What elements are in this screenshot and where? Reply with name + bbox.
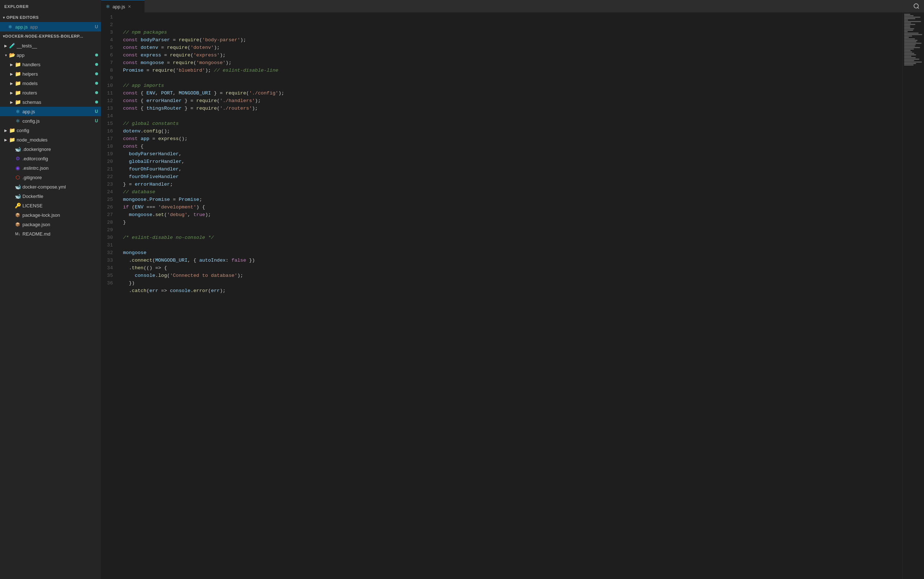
- config-folder-icon: 📁: [9, 128, 15, 133]
- line-number-33: 33: [101, 257, 116, 264]
- open-editor-filepath: app: [30, 24, 38, 29]
- tree-item-gitignore[interactable]: ⬡ .gitignore: [0, 173, 101, 182]
- node-modules-label: node_modules: [16, 137, 98, 142]
- line-number-19: 19: [101, 150, 116, 158]
- helpers-folder-icon: 📁: [15, 71, 21, 77]
- package-json-label: package.json: [23, 222, 98, 227]
- minimap-content: [903, 13, 924, 67]
- line-number-35: 35: [101, 272, 116, 280]
- helpers-label: helpers: [23, 71, 95, 77]
- line-number-7: 7: [101, 59, 116, 67]
- code-container[interactable]: 1234567891011121314151617181920212223242…: [101, 13, 924, 579]
- tree-item-readme[interactable]: M↓ README.md: [0, 229, 101, 239]
- chevron-models: ▶: [9, 82, 15, 85]
- line-number-30: 30: [101, 234, 116, 241]
- tree-item-app[interactable]: ▾ 📂 app: [0, 50, 101, 60]
- app-folder-icon: 📂: [9, 52, 15, 58]
- tree-item-handlers[interactable]: ▶ 📁 handlers: [0, 60, 101, 69]
- tree-item-package-json[interactable]: 📦 package.json: [0, 220, 101, 229]
- code-line-17: bodyParserHandler,: [123, 150, 902, 158]
- tree-item-dockerignore[interactable]: 🐋 .dockerignore: [0, 144, 101, 154]
- eslintrc-label: .eslintrc.json: [23, 165, 98, 171]
- line-number-28: 28: [101, 219, 116, 226]
- code-line-7: [123, 74, 902, 82]
- line-number-32: 32: [101, 249, 116, 257]
- code-line-21: } = errorHandler;: [123, 181, 902, 188]
- chevron-tests: ▶: [3, 44, 9, 48]
- tree-item-schemas[interactable]: ▶ 📁 schemas: [0, 97, 101, 107]
- tree-item-eslintrc[interactable]: ◉ .eslintrc.json: [0, 163, 101, 173]
- tree-item-helpers[interactable]: ▶ 📁 helpers: [0, 69, 101, 79]
- project-header[interactable]: ▾ DOCKER-NODE-EXPRESS-BOILERP...: [0, 31, 101, 41]
- tree-item-package-lock[interactable]: 📦 package-lock.json: [0, 210, 101, 220]
- tab-app-js[interactable]: ⚛ app.js ×: [101, 0, 145, 13]
- tab-close-button[interactable]: ×: [128, 3, 131, 10]
- models-folder-icon: 📁: [15, 80, 21, 86]
- tab-react-icon: ⚛: [106, 3, 110, 10]
- tree-item-license[interactable]: 🔑 LICENSE: [0, 201, 101, 210]
- line-number-17: 17: [101, 135, 116, 142]
- schemas-label: schemas: [23, 100, 95, 105]
- code-line-28: /* eslint-disable no-console */: [123, 234, 902, 241]
- line-number-10: 10: [101, 82, 116, 89]
- tree-item-config-folder[interactable]: ▶ 📁 config: [0, 126, 101, 135]
- tree-item-docker-compose[interactable]: 🐋 docker-compose.yml: [0, 182, 101, 191]
- dockerignore-label: .dockerignore: [23, 147, 98, 152]
- tree-item-config-js[interactable]: ⚛ config.js U: [0, 116, 101, 126]
- line-number-21: 21: [101, 165, 116, 173]
- line-number-14: 14: [101, 112, 116, 120]
- tree-item-models[interactable]: ▶ 📁 models: [0, 79, 101, 88]
- tree-item-routers[interactable]: ▶ 📁 routers: [0, 88, 101, 97]
- open-editors-header[interactable]: ▾ OPEN EDITORS: [0, 13, 101, 22]
- tree-item-dockerfile[interactable]: 🐋 Dockerfile: [0, 191, 101, 201]
- code-line-8: // app imports: [123, 82, 902, 89]
- editorconfig-icon: ⚙: [15, 155, 21, 161]
- line-number-8: 8: [101, 67, 116, 74]
- code-line-12: [123, 112, 902, 120]
- app-status: [95, 54, 98, 56]
- tree-item-app-js[interactable]: ⚛ app.js U: [0, 107, 101, 116]
- chevron-config-folder: ▶: [3, 128, 9, 132]
- config-folder-label: config: [16, 128, 98, 133]
- tab-app-js-name: app.js: [113, 4, 125, 10]
- eslintrc-icon: ◉: [15, 165, 21, 171]
- package-json-icon: 📦: [15, 221, 21, 227]
- search-icon: [913, 3, 920, 10]
- tree-item-editorconfig[interactable]: ⚙ .editorconfig: [0, 154, 101, 163]
- line-number-11: 11: [101, 89, 116, 97]
- code-line-25: mongoose.set('debug', true);: [123, 211, 902, 219]
- code-line-30: mongoose: [123, 249, 902, 257]
- editor-area: ⚛ app.js × 12345678910111213141516171819…: [101, 0, 924, 579]
- code-line-6: Promise = require('bluebird'); // eslint…: [123, 67, 902, 74]
- chevron-routers: ▶: [9, 91, 15, 95]
- code-line-4: const express = require('express');: [123, 51, 902, 59]
- svg-line-1: [917, 7, 919, 8]
- open-editors-label: OPEN EDITORS: [7, 15, 39, 20]
- dockerfile-label: Dockerfile: [23, 194, 98, 199]
- line-number-36: 36: [101, 280, 116, 287]
- open-editor-app-js[interactable]: ⚛ app.js app U: [0, 22, 101, 31]
- sidebar: EXPLORER ▾ OPEN EDITORS ⚛ app.js app U ▾…: [0, 0, 101, 579]
- code-line-26: }: [123, 219, 902, 226]
- code-line-2: const bodyParser = require('body-parser'…: [123, 36, 902, 44]
- search-icon-wrapper[interactable]: [913, 0, 924, 12]
- code-line-19: fourOhFourHandler,: [123, 165, 902, 173]
- code-line-33: console.log('Connected to database');: [123, 272, 902, 280]
- open-editor-dirty: U: [95, 24, 98, 29]
- handlers-folder-icon: 📁: [15, 62, 21, 67]
- line-number-31: 31: [101, 241, 116, 249]
- tab-bar-empty: [145, 0, 913, 12]
- app-js-label: app.js: [23, 109, 95, 114]
- line-number-22: 22: [101, 173, 116, 181]
- code-line-5: const mongoose = require('mongoose');: [123, 59, 902, 67]
- routers-folder-icon: 📁: [15, 90, 21, 95]
- line-number-26: 26: [101, 203, 116, 211]
- code-line-22: // database: [123, 188, 902, 196]
- schemas-folder-icon: 📁: [15, 99, 21, 105]
- tree-item-tests[interactable]: ▶ 🧪 __tests__: [0, 41, 101, 50]
- tree-item-node-modules[interactable]: ▶ 📁 node_modules: [0, 135, 101, 144]
- line-number-3: 3: [101, 29, 116, 36]
- code-content[interactable]: // npm packagesconst bodyParser = requir…: [120, 13, 902, 579]
- models-label: models: [23, 81, 95, 86]
- code-line-29: [123, 241, 902, 249]
